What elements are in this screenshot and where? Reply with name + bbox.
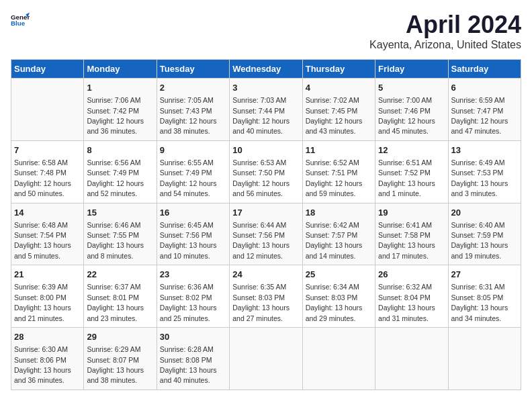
day-info: Sunrise: 6:32 AM Sunset: 8:04 PM Dayligh… xyxy=(378,283,435,322)
calendar-cell xyxy=(448,328,521,390)
calendar-cell: 24Sunrise: 6:35 AM Sunset: 8:03 PM Dayli… xyxy=(230,265,302,328)
day-number: 8 xyxy=(87,144,153,156)
day-info: Sunrise: 6:30 AM Sunset: 8:06 PM Dayligh… xyxy=(14,345,71,384)
col-header-tuesday: Tuesday xyxy=(157,60,229,79)
logo: General Blue xyxy=(11,11,30,30)
calendar-cell: 30Sunrise: 6:28 AM Sunset: 8:08 PM Dayli… xyxy=(157,328,229,390)
day-number: 1 xyxy=(87,82,153,94)
day-number: 9 xyxy=(160,144,226,156)
calendar-cell: 22Sunrise: 6:37 AM Sunset: 8:01 PM Dayli… xyxy=(84,265,157,328)
day-info: Sunrise: 6:52 AM Sunset: 7:51 PM Dayligh… xyxy=(306,158,363,197)
day-info: Sunrise: 6:45 AM Sunset: 7:56 PM Dayligh… xyxy=(160,221,217,260)
day-number: 23 xyxy=(160,269,226,281)
day-number: 24 xyxy=(232,269,299,281)
day-number: 22 xyxy=(87,269,153,281)
calendar-cell: 13Sunrise: 6:49 AM Sunset: 7:53 PM Dayli… xyxy=(448,140,521,203)
day-number: 4 xyxy=(306,82,372,94)
logo-icon: General Blue xyxy=(11,11,30,30)
day-info: Sunrise: 7:02 AM Sunset: 7:45 PM Dayligh… xyxy=(306,96,363,135)
calendar-cell: 26Sunrise: 6:32 AM Sunset: 8:04 PM Dayli… xyxy=(375,265,448,328)
day-info: Sunrise: 6:49 AM Sunset: 7:53 PM Dayligh… xyxy=(451,158,508,197)
calendar-cell: 14Sunrise: 6:48 AM Sunset: 7:54 PM Dayli… xyxy=(11,203,84,265)
day-info: Sunrise: 6:46 AM Sunset: 7:55 PM Dayligh… xyxy=(87,221,144,260)
col-header-sunday: Sunday xyxy=(11,60,84,79)
calendar-cell: 25Sunrise: 6:34 AM Sunset: 8:03 PM Dayli… xyxy=(302,265,375,328)
week-row-2: 7Sunrise: 6:58 AM Sunset: 7:48 PM Daylig… xyxy=(11,140,521,203)
day-info: Sunrise: 6:44 AM Sunset: 7:56 PM Dayligh… xyxy=(232,221,290,260)
day-number: 5 xyxy=(378,82,445,94)
calendar-cell xyxy=(230,328,302,390)
col-header-friday: Friday xyxy=(375,60,448,79)
day-info: Sunrise: 6:41 AM Sunset: 7:58 PM Dayligh… xyxy=(378,221,435,260)
day-number: 3 xyxy=(232,82,299,94)
calendar-cell: 21Sunrise: 6:39 AM Sunset: 8:00 PM Dayli… xyxy=(11,265,84,328)
day-info: Sunrise: 6:51 AM Sunset: 7:52 PM Dayligh… xyxy=(378,158,435,197)
col-header-thursday: Thursday xyxy=(302,60,375,79)
title-section: April 2024 Kayenta, Arizona, United Stat… xyxy=(369,11,521,51)
day-info: Sunrise: 6:39 AM Sunset: 8:00 PM Dayligh… xyxy=(14,283,71,322)
calendar-cell: 9Sunrise: 6:55 AM Sunset: 7:49 PM Daylig… xyxy=(157,140,229,203)
day-info: Sunrise: 6:40 AM Sunset: 7:59 PM Dayligh… xyxy=(451,221,508,260)
day-info: Sunrise: 6:53 AM Sunset: 7:50 PM Dayligh… xyxy=(232,158,290,197)
day-number: 19 xyxy=(378,207,445,219)
week-row-3: 14Sunrise: 6:48 AM Sunset: 7:54 PM Dayli… xyxy=(11,203,521,265)
week-row-1: 1Sunrise: 7:06 AM Sunset: 7:42 PM Daylig… xyxy=(11,79,521,141)
calendar-cell: 18Sunrise: 6:42 AM Sunset: 7:57 PM Dayli… xyxy=(302,203,375,265)
col-header-saturday: Saturday xyxy=(448,60,521,79)
day-info: Sunrise: 6:36 AM Sunset: 8:02 PM Dayligh… xyxy=(160,283,217,322)
header-row: SundayMondayTuesdayWednesdayThursdayFrid… xyxy=(11,60,521,79)
day-number: 2 xyxy=(160,82,226,94)
day-info: Sunrise: 6:59 AM Sunset: 7:47 PM Dayligh… xyxy=(451,96,508,135)
col-header-monday: Monday xyxy=(84,60,157,79)
calendar-cell: 1Sunrise: 7:06 AM Sunset: 7:42 PM Daylig… xyxy=(84,79,157,141)
day-number: 26 xyxy=(378,269,445,281)
day-number: 7 xyxy=(14,144,81,156)
day-number: 21 xyxy=(14,269,81,281)
day-number: 16 xyxy=(160,207,226,219)
svg-text:Blue: Blue xyxy=(11,19,26,27)
day-number: 18 xyxy=(306,207,372,219)
calendar-cell: 5Sunrise: 7:00 AM Sunset: 7:46 PM Daylig… xyxy=(375,79,448,141)
day-info: Sunrise: 6:28 AM Sunset: 8:08 PM Dayligh… xyxy=(160,345,217,384)
subtitle: Kayenta, Arizona, United States xyxy=(369,39,521,51)
day-number: 27 xyxy=(451,269,518,281)
calendar-cell: 17Sunrise: 6:44 AM Sunset: 7:56 PM Dayli… xyxy=(230,203,302,265)
day-number: 6 xyxy=(451,82,518,94)
calendar-cell: 8Sunrise: 6:56 AM Sunset: 7:49 PM Daylig… xyxy=(84,140,157,203)
day-info: Sunrise: 6:55 AM Sunset: 7:49 PM Dayligh… xyxy=(160,158,217,197)
calendar-cell xyxy=(302,328,375,390)
calendar-cell: 19Sunrise: 6:41 AM Sunset: 7:58 PM Dayli… xyxy=(375,203,448,265)
calendar-cell: 6Sunrise: 6:59 AM Sunset: 7:47 PM Daylig… xyxy=(448,79,521,141)
calendar-cell: 27Sunrise: 6:31 AM Sunset: 8:05 PM Dayli… xyxy=(448,265,521,328)
day-number: 15 xyxy=(87,207,153,219)
day-number: 30 xyxy=(160,331,226,343)
calendar-cell xyxy=(11,79,84,141)
col-header-wednesday: Wednesday xyxy=(230,60,302,79)
day-info: Sunrise: 6:34 AM Sunset: 8:03 PM Dayligh… xyxy=(306,283,363,322)
day-number: 14 xyxy=(14,207,81,219)
day-info: Sunrise: 6:56 AM Sunset: 7:49 PM Dayligh… xyxy=(87,158,144,197)
day-info: Sunrise: 6:31 AM Sunset: 8:05 PM Dayligh… xyxy=(451,283,508,322)
day-number: 13 xyxy=(451,144,518,156)
day-number: 10 xyxy=(232,144,299,156)
day-info: Sunrise: 6:35 AM Sunset: 8:03 PM Dayligh… xyxy=(232,283,290,322)
calendar-cell: 11Sunrise: 6:52 AM Sunset: 7:51 PM Dayli… xyxy=(302,140,375,203)
main-title: April 2024 xyxy=(369,11,521,39)
calendar-cell: 28Sunrise: 6:30 AM Sunset: 8:06 PM Dayli… xyxy=(11,328,84,390)
day-number: 11 xyxy=(306,144,372,156)
calendar-cell xyxy=(375,328,448,390)
day-info: Sunrise: 6:37 AM Sunset: 8:01 PM Dayligh… xyxy=(87,283,144,322)
week-row-4: 21Sunrise: 6:39 AM Sunset: 8:00 PM Dayli… xyxy=(11,265,521,328)
day-number: 25 xyxy=(306,269,372,281)
day-number: 29 xyxy=(87,331,153,343)
calendar-cell: 3Sunrise: 7:03 AM Sunset: 7:44 PM Daylig… xyxy=(230,79,302,141)
day-number: 12 xyxy=(378,144,445,156)
calendar-cell: 12Sunrise: 6:51 AM Sunset: 7:52 PM Dayli… xyxy=(375,140,448,203)
calendar-cell: 10Sunrise: 6:53 AM Sunset: 7:50 PM Dayli… xyxy=(230,140,302,203)
day-info: Sunrise: 6:48 AM Sunset: 7:54 PM Dayligh… xyxy=(14,221,71,260)
day-info: Sunrise: 6:58 AM Sunset: 7:48 PM Dayligh… xyxy=(14,158,71,197)
day-number: 20 xyxy=(451,207,518,219)
day-info: Sunrise: 7:06 AM Sunset: 7:42 PM Dayligh… xyxy=(87,96,144,135)
day-number: 17 xyxy=(232,207,299,219)
calendar-table: SundayMondayTuesdayWednesdayThursdayFrid… xyxy=(11,59,521,390)
